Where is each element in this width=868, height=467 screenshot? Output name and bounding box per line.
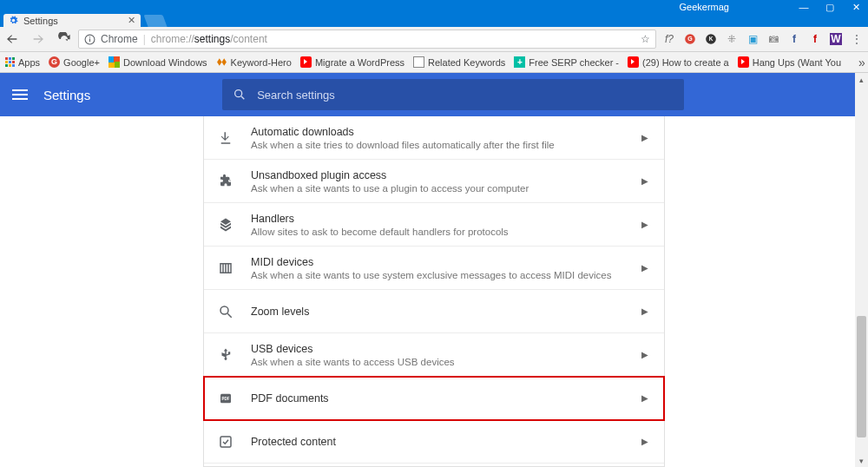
- ext-camera-icon[interactable]: 📷︎: [767, 33, 779, 45]
- extension-icons: f? G K ⁜ ▣ 📷︎ f f W ⋮: [663, 33, 863, 45]
- settings-row-midi[interactable]: MIDI devicesAsk when a site wants to use…: [204, 247, 664, 290]
- ext-save[interactable]: ▣: [746, 33, 759, 45]
- bookmarks-bar: Apps GGoogle+ Download Windows Keyword-H…: [0, 52, 868, 73]
- close-window-button[interactable]: ✕: [851, 2, 861, 13]
- bookmark-download-windows[interactable]: Download Windows: [108, 56, 207, 68]
- row-title: Automatic downloads: [251, 126, 641, 138]
- chevron-right-icon: ▶: [641, 176, 648, 186]
- hamburger-menu-button[interactable]: [12, 89, 28, 100]
- reload-button[interactable]: [57, 32, 71, 46]
- star-icon[interactable]: ☆: [641, 33, 650, 45]
- svg-rect-1: [89, 38, 90, 42]
- chevron-right-icon: ▶: [641, 220, 648, 229]
- row-subtitle: Allow sites to ask to become default han…: [251, 227, 641, 237]
- row-title: MIDI devices: [251, 256, 641, 268]
- row-title: Protected content: [251, 436, 641, 448]
- svg-text:PDF: PDF: [222, 397, 230, 401]
- ext-plus[interactable]: ⁜: [726, 33, 738, 45]
- settings-row-protected[interactable]: Protected content▶: [204, 420, 664, 464]
- tab-title: Settings: [23, 16, 122, 26]
- window-user: Geekermag: [680, 2, 729, 12]
- svg-text:K: K: [709, 36, 713, 42]
- search-placeholder: Search settings: [257, 89, 335, 102]
- settings-search-input[interactable]: Search settings: [222, 79, 684, 110]
- svg-point-7: [235, 90, 242, 97]
- ext-w-icon[interactable]: W: [830, 33, 842, 45]
- apps-button[interactable]: Apps: [5, 57, 40, 68]
- settings-row-zoom[interactable]: Zoom levels▶: [204, 290, 664, 333]
- bookmarks-overflow-button[interactable]: »: [858, 56, 865, 69]
- bookmark-how-to-create[interactable]: (29) How to create a: [628, 56, 729, 68]
- midi-icon: [216, 260, 235, 276]
- bookmark-google-plus[interactable]: GGoogle+: [49, 56, 100, 68]
- ext-k[interactable]: K: [705, 33, 717, 45]
- row-subtitle: Ask when a site wants to use a plugin to…: [251, 183, 641, 194]
- bookmark-migrate-wordpress[interactable]: Migrate a WordPress: [300, 56, 404, 68]
- settings-row-handlers[interactable]: HandlersAllow sites to ask to become def…: [204, 203, 664, 247]
- ext-fp[interactable]: f?: [663, 33, 675, 45]
- new-tab-button[interactable]: [143, 15, 167, 27]
- settings-header: Settings Search settings: [0, 73, 868, 116]
- scroll-down-button[interactable]: ▾: [855, 454, 868, 467]
- svg-text:G: G: [687, 36, 693, 42]
- protected-icon: [216, 434, 235, 450]
- chevron-right-icon: ▶: [641, 133, 648, 142]
- settings-row-plugin[interactable]: Unsandboxed plugin accessAsk when a site…: [204, 160, 664, 203]
- ext-g[interactable]: G: [684, 33, 696, 45]
- url-scheme-label: Chrome: [101, 33, 138, 45]
- browser-tab[interactable]: Settings ✕: [3, 14, 141, 27]
- chevron-right-icon: ▶: [641, 393, 648, 403]
- toolbar: Chrome | chrome://settings/content ☆ f? …: [0, 27, 868, 52]
- settings-row-download[interactable]: Automatic downloadsAsk when a site tries…: [204, 116, 664, 160]
- download-icon: [216, 130, 235, 146]
- row-title: PDF documents: [251, 392, 641, 405]
- pdf-icon: PDF: [216, 391, 235, 406]
- settings-row-usb[interactable]: USB devicesAsk when a site wants to acce…: [204, 333, 664, 377]
- zoom-icon: [216, 304, 235, 319]
- scroll-up-button[interactable]: ▴: [855, 73, 868, 86]
- search-icon: [233, 88, 247, 102]
- vertical-scrollbar[interactable]: ▴ ▾: [855, 73, 868, 467]
- settings-content: Automatic downloadsAsk when a site tries…: [0, 116, 868, 467]
- chevron-right-icon: ▶: [641, 350, 648, 359]
- svg-line-8: [241, 96, 244, 99]
- minimize-button[interactable]: —: [799, 2, 809, 13]
- bookmark-related-keywords[interactable]: Related Keywords: [413, 56, 505, 68]
- row-title: USB devices: [251, 343, 641, 355]
- window-controls: — ▢ ✕: [799, 2, 861, 13]
- ext-f2-icon[interactable]: f: [809, 33, 821, 45]
- row-title: Unsandboxed plugin access: [251, 169, 641, 181]
- settings-row-pdf[interactable]: PDFPDF documents▶: [204, 377, 664, 420]
- bookmark-hang-ups[interactable]: Hang Ups (Want You: [738, 56, 841, 68]
- maximize-button[interactable]: ▢: [825, 2, 835, 13]
- svg-rect-13: [220, 437, 231, 447]
- svg-rect-2: [89, 36, 90, 37]
- nav-buttons: [5, 32, 71, 46]
- settings-title: Settings: [43, 88, 90, 102]
- plugin-icon: [216, 174, 235, 189]
- bookmark-keyword-hero[interactable]: Keyword-Hero: [216, 56, 292, 68]
- chevron-right-icon: ▶: [641, 306, 648, 316]
- chevron-right-icon: ▶: [641, 437, 648, 446]
- scroll-thumb[interactable]: [857, 316, 866, 437]
- row-subtitle: Ask when a site wants to access USB devi…: [251, 357, 641, 367]
- back-button[interactable]: [5, 32, 19, 46]
- usb-icon: [216, 347, 235, 363]
- ext-fb-icon[interactable]: f: [788, 33, 800, 45]
- row-title: Handlers: [251, 213, 641, 225]
- bookmark-free-serp[interactable]: +Free SERP checker -: [514, 56, 619, 68]
- window-titlebar: Geekermag — ▢ ✕: [0, 0, 868, 14]
- address-bar[interactable]: Chrome | chrome://settings/content ☆: [78, 30, 656, 49]
- svg-point-9: [220, 306, 228, 314]
- row-subtitle: Ask when a site wants to use system excl…: [251, 270, 641, 280]
- gear-icon: [9, 16, 18, 25]
- info-icon: [84, 34, 95, 45]
- chrome-menu-button[interactable]: ⋮: [851, 33, 863, 45]
- tab-close-icon[interactable]: ✕: [128, 15, 135, 26]
- settings-card: Automatic downloadsAsk when a site tries…: [203, 116, 665, 467]
- svg-line-10: [227, 313, 232, 318]
- row-title: Zoom levels: [251, 306, 641, 318]
- tab-strip: Settings ✕: [0, 14, 868, 27]
- settings-row-clipboard[interactable]: ClipboardAsk before accessing▶: [204, 464, 664, 467]
- url-text: chrome://settings/content: [151, 33, 267, 45]
